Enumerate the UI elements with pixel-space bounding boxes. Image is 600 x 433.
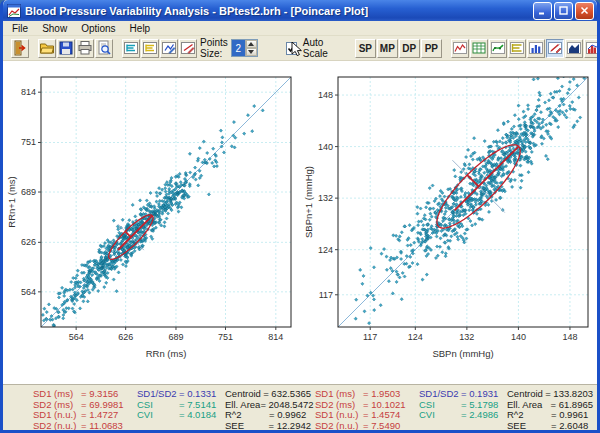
- toolbar: Points Size: 2 Auto Scale SPMPDPPP: [3, 36, 597, 61]
- app-window: Blood Pressure Variability Analysis - BP…: [0, 0, 600, 433]
- view-bar-chart-button[interactable]: [527, 39, 545, 58]
- stats-group-rr: SD1 (ms)= 9.3156SD2 (ms)= 69.9981SD1 (n.…: [33, 389, 311, 429]
- svg-text:626: 626: [118, 332, 133, 342]
- sp-button[interactable]: SP: [355, 39, 376, 58]
- stat-see: SEE= 2.6048: [507, 421, 593, 432]
- points-size-down-button[interactable]: [246, 48, 257, 56]
- svg-text:132: 132: [459, 332, 474, 342]
- points-size-stepper[interactable]: 2: [231, 39, 258, 57]
- x-axis-label: SBPn (mmHg): [432, 348, 493, 359]
- stat-sd1-sd2: SD1/SD2= 0.1931: [419, 389, 507, 400]
- open-icon: [39, 40, 55, 56]
- auto-scale-label: Auto Scale: [303, 37, 330, 59]
- menu-item-help[interactable]: Help: [123, 23, 158, 34]
- svg-text:132: 132: [318, 193, 333, 203]
- stat-sd2-n-u: SD2 (n.u.)= 7.5490: [315, 421, 419, 432]
- print-preview-icon: [96, 40, 112, 56]
- stat-cvi: CVI= 2.4986: [419, 410, 507, 421]
- x-axis-label: RRn (ms): [146, 348, 187, 359]
- view-lines-button[interactable]: [508, 39, 526, 58]
- stat-sd2-n-u: SD2 (n.u.)= 11.0683: [33, 421, 137, 432]
- mp-button[interactable]: MP: [377, 39, 398, 58]
- grid-table-green-icon: [471, 40, 487, 56]
- stat-sd1-ms: SD1 (ms)= 9.3156: [33, 389, 137, 400]
- exit-button[interactable]: [11, 39, 29, 58]
- svg-text:751: 751: [218, 332, 233, 342]
- menu-bar: FileShowOptionsHelp: [3, 21, 597, 36]
- svg-text:689: 689: [21, 187, 36, 197]
- menu-item-show[interactable]: Show: [35, 23, 74, 34]
- plot-style-cyan-button[interactable]: [122, 39, 140, 58]
- stat-sd1-n-u: SD1 (n.u.)= 1.4574: [315, 410, 419, 421]
- stat-cvi: CVI= 4.0184: [137, 410, 225, 421]
- svg-text:148: 148: [562, 332, 577, 342]
- svg-text:140: 140: [511, 332, 526, 342]
- svg-text:140: 140: [318, 142, 333, 152]
- plot-style-blue-button[interactable]: [160, 39, 178, 58]
- lines-yellow-icon: [509, 40, 525, 56]
- svg-text:124: 124: [408, 332, 423, 342]
- up-arrow-icon: [248, 42, 254, 46]
- auto-scale-checkbox[interactable]: Auto Scale: [286, 37, 333, 59]
- plot-style-yellow-button[interactable]: [141, 39, 159, 58]
- open-button[interactable]: [38, 39, 56, 58]
- view-poincare-plot-button[interactable]: [546, 39, 564, 58]
- view-line-chart-button[interactable]: [451, 39, 469, 58]
- view-grid-table-button[interactable]: [470, 39, 488, 58]
- print-icon: [77, 40, 93, 56]
- y-axis-label: RRn+1 (ms): [6, 176, 17, 227]
- menu-item-file[interactable]: File: [5, 23, 35, 34]
- stats-group-sbp: SD1 (ms)= 1.9503SD2 (ms)= 10.1021SD1 (n.…: [315, 389, 593, 429]
- svg-text:124: 124: [318, 245, 333, 255]
- stat-r-2: R^2= 0.9962: [225, 410, 311, 421]
- window-title: Blood Pressure Variability Analysis - BP…: [25, 5, 531, 17]
- save-button[interactable]: [57, 39, 75, 58]
- stat-centroid: Centroid= 133.8203: [507, 389, 593, 400]
- curve-green-icon: [490, 40, 506, 56]
- plot-pen-blue-icon: [161, 40, 177, 56]
- svg-text:751: 751: [21, 137, 36, 147]
- stat-centroid: Centroid= 632.5365: [225, 389, 311, 400]
- stat-sd1-ms: SD1 (ms)= 1.9503: [315, 389, 419, 400]
- print-preview-button[interactable]: [95, 39, 113, 58]
- poincare-plot-rr: 564626689751814564626689751814RRn (ms)RR…: [3, 61, 300, 382]
- down-arrow-icon: [248, 50, 254, 54]
- view-area-chart-button[interactable]: [565, 39, 583, 58]
- points-size-up-button[interactable]: [246, 40, 257, 48]
- area-chart-navy-icon: [566, 40, 582, 56]
- minimize-button[interactable]: [533, 2, 552, 20]
- svg-text:626: 626: [21, 237, 36, 247]
- dp-button[interactable]: DP: [399, 39, 420, 58]
- plot-area: 564626689751814564626689751814RRn (ms)RR…: [3, 61, 597, 384]
- histogram-red-icon: [585, 40, 600, 56]
- svg-text:117: 117: [319, 290, 333, 300]
- exit-icon: [12, 40, 28, 56]
- y-axis-label: SBPn+1 (mmHg): [303, 166, 314, 238]
- poincare-plot-icon: [547, 40, 563, 56]
- menu-item-options[interactable]: Options: [74, 23, 122, 34]
- close-button[interactable]: [575, 2, 594, 20]
- line-chart-red-icon: [452, 40, 468, 56]
- bar-chart-blue-icon: [528, 40, 544, 56]
- view-histogram-button[interactable]: [584, 39, 600, 58]
- print-button[interactable]: [76, 39, 94, 58]
- view-curve-button[interactable]: [489, 39, 507, 58]
- checkbox-check-icon: [286, 42, 297, 55]
- plot-style-red-button[interactable]: [179, 39, 197, 58]
- plot-pen-yellow-icon: [142, 40, 158, 56]
- svg-text:814: 814: [21, 87, 36, 97]
- points-size-value[interactable]: 2: [232, 40, 245, 56]
- save-icon: [58, 40, 74, 56]
- plot-pen-cyan-icon: [123, 40, 139, 56]
- title-bar: Blood Pressure Variability Analysis - BP…: [3, 0, 597, 21]
- points-size-label: Points Size:: [200, 37, 228, 59]
- plot-pen-red-icon: [180, 40, 196, 56]
- maximize-button[interactable]: [554, 2, 573, 20]
- svg-text:148: 148: [318, 90, 333, 100]
- svg-text:564: 564: [69, 332, 84, 342]
- stat-sd1-sd2: SD1/SD2= 0.1331: [137, 389, 225, 400]
- svg-text:564: 564: [21, 287, 36, 297]
- mode-buttons: SPMPDPPP: [355, 39, 443, 58]
- pp-button[interactable]: PP: [421, 39, 442, 58]
- stat-see: SEE= 12.2942: [225, 421, 311, 432]
